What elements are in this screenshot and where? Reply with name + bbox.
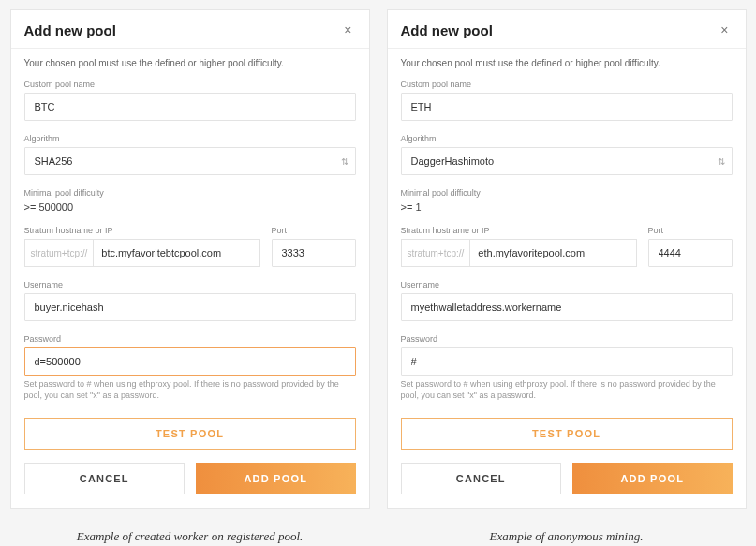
button-row: CANCEL ADD POOL bbox=[24, 463, 356, 494]
test-pool-button[interactable]: TEST POOL bbox=[401, 418, 733, 450]
dialog-header: Add new pool × bbox=[11, 10, 369, 49]
label-username: Username bbox=[401, 280, 733, 289]
caption-right: Example of anonymous mining. bbox=[387, 529, 747, 544]
label-password: Password bbox=[24, 334, 356, 344]
label-custom-pool-name: Custom pool name bbox=[24, 80, 356, 89]
input-username[interactable] bbox=[401, 293, 733, 321]
field-port: Port bbox=[272, 226, 356, 267]
close-icon[interactable]: × bbox=[340, 22, 355, 38]
add-pool-dialog-right: Add new pool × Your chosen pool must use… bbox=[387, 9, 747, 509]
test-pool-button[interactable]: TEST POOL bbox=[24, 418, 356, 450]
input-custom-pool-name[interactable] bbox=[401, 93, 733, 121]
field-stratum: Stratum hostname or IP stratum+tcp:// bbox=[401, 226, 637, 267]
add-pool-button[interactable]: ADD POOL bbox=[572, 463, 732, 494]
label-port: Port bbox=[648, 226, 733, 235]
label-stratum: Stratum hostname or IP bbox=[24, 226, 260, 235]
field-username: Username bbox=[401, 280, 733, 321]
value-min-diff: >= 500000 bbox=[24, 201, 356, 213]
select-algorithm[interactable] bbox=[24, 147, 356, 175]
select-algorithm[interactable] bbox=[401, 147, 733, 175]
input-port[interactable] bbox=[648, 239, 733, 267]
cancel-button[interactable]: CANCEL bbox=[24, 463, 185, 494]
label-stratum: Stratum hostname or IP bbox=[401, 226, 637, 235]
cancel-button[interactable]: CANCEL bbox=[401, 463, 562, 494]
add-pool-dialog-left: Add new pool × Your chosen pool must use… bbox=[10, 9, 370, 509]
label-algorithm: Algorithm bbox=[401, 134, 733, 143]
row-stratum-port: Stratum hostname or IP stratum+tcp:// Po… bbox=[24, 226, 356, 267]
left-column: Add new pool × Your chosen pool must use… bbox=[10, 9, 370, 544]
input-password[interactable] bbox=[401, 347, 733, 376]
input-stratum[interactable] bbox=[93, 239, 259, 267]
right-column: Add new pool × Your chosen pool must use… bbox=[387, 9, 747, 544]
field-min-diff: Minimal pool difficulty >= 1 bbox=[401, 188, 733, 213]
password-hint: Set password to # when using ethproxy po… bbox=[24, 379, 356, 401]
label-password: Password bbox=[401, 334, 733, 344]
button-row: CANCEL ADD POOL bbox=[401, 463, 733, 494]
close-icon[interactable]: × bbox=[717, 22, 732, 38]
password-hint: Set password to # when using ethproxy po… bbox=[401, 379, 733, 401]
value-min-diff: >= 1 bbox=[401, 201, 733, 213]
label-username: Username bbox=[24, 280, 356, 289]
field-custom-pool-name: Custom pool name bbox=[401, 80, 733, 121]
add-pool-button[interactable]: ADD POOL bbox=[196, 463, 355, 494]
input-stratum[interactable] bbox=[469, 239, 636, 267]
row-stratum-port: Stratum hostname or IP stratum+tcp:// Po… bbox=[401, 226, 733, 267]
dialog-title: Add new pool bbox=[401, 22, 493, 38]
dialogs-wrapper: Add new pool × Your chosen pool must use… bbox=[6, 9, 750, 544]
dialog-subtitle: Your chosen pool must use the defined or… bbox=[24, 58, 356, 68]
field-username: Username bbox=[24, 280, 356, 321]
dialog-body: Your chosen pool must use the defined or… bbox=[11, 49, 369, 508]
stratum-prefix: stratum+tcp:// bbox=[24, 239, 94, 267]
field-min-diff: Minimal pool difficulty >= 500000 bbox=[24, 188, 356, 213]
input-username[interactable] bbox=[24, 293, 356, 321]
dialog-subtitle: Your chosen pool must use the defined or… bbox=[401, 58, 733, 68]
dialog-header: Add new pool × bbox=[388, 10, 746, 49]
caption-left: Example of created worker on registered … bbox=[10, 529, 370, 544]
dialog-title: Add new pool bbox=[24, 22, 116, 38]
field-port: Port bbox=[648, 226, 733, 267]
field-custom-pool-name: Custom pool name bbox=[24, 80, 356, 121]
stratum-prefix: stratum+tcp:// bbox=[401, 239, 470, 267]
dialog-body: Your chosen pool must use the defined or… bbox=[388, 49, 746, 508]
label-min-diff: Minimal pool difficulty bbox=[401, 188, 733, 198]
label-min-diff: Minimal pool difficulty bbox=[24, 188, 356, 198]
field-password: Password Set password to # when using et… bbox=[24, 334, 356, 401]
input-port[interactable] bbox=[272, 239, 356, 267]
label-port: Port bbox=[272, 226, 356, 235]
input-password[interactable] bbox=[24, 347, 356, 376]
label-algorithm: Algorithm bbox=[24, 134, 356, 143]
field-algorithm: Algorithm ⇅ bbox=[401, 134, 733, 175]
field-password: Password Set password to # when using et… bbox=[401, 334, 733, 401]
field-stratum: Stratum hostname or IP stratum+tcp:// bbox=[24, 226, 260, 267]
field-algorithm: Algorithm ⇅ bbox=[24, 134, 356, 175]
label-custom-pool-name: Custom pool name bbox=[401, 80, 733, 89]
input-custom-pool-name[interactable] bbox=[24, 93, 356, 121]
